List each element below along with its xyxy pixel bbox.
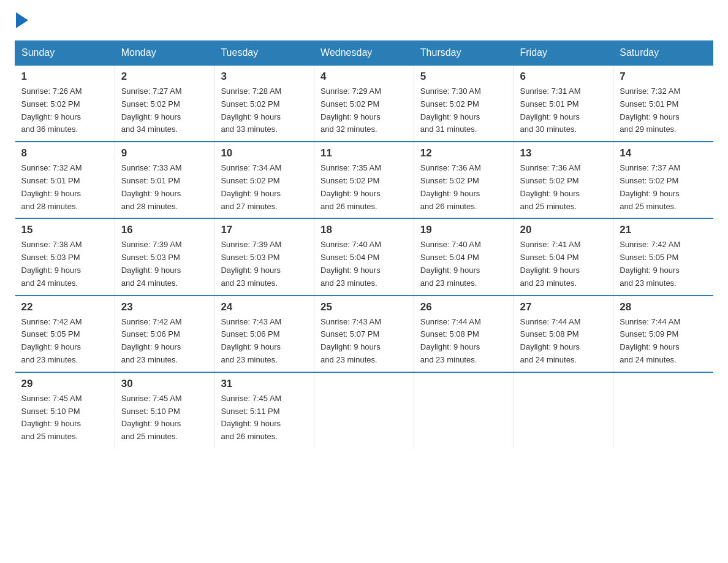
calendar-cell: 12 Sunrise: 7:36 AMSunset: 5:02 PMDaylig… xyxy=(414,142,514,218)
calendar-cell: 10 Sunrise: 7:34 AMSunset: 5:02 PMDaylig… xyxy=(214,142,314,218)
calendar-cell: 28 Sunrise: 7:44 AMSunset: 5:09 PMDaylig… xyxy=(613,296,713,372)
header-row: SundayMondayTuesdayWednesdayThursdayFrid… xyxy=(15,41,713,66)
calendar-cell: 30 Sunrise: 7:45 AMSunset: 5:10 PMDaylig… xyxy=(115,372,214,448)
day-number: 5 xyxy=(420,71,507,83)
calendar-cell: 21 Sunrise: 7:42 AMSunset: 5:05 PMDaylig… xyxy=(613,218,713,295)
day-number: 4 xyxy=(320,71,408,83)
day-number: 9 xyxy=(121,147,208,159)
day-info: Sunrise: 7:33 AMSunset: 5:01 PMDaylight:… xyxy=(121,162,208,213)
day-number: 6 xyxy=(520,71,607,83)
day-info: Sunrise: 7:44 AMSunset: 5:08 PMDaylight:… xyxy=(420,316,507,367)
calendar-cell: 1 Sunrise: 7:26 AMSunset: 5:02 PMDayligh… xyxy=(15,65,115,142)
day-number: 1 xyxy=(21,71,108,83)
day-info: Sunrise: 7:26 AMSunset: 5:02 PMDaylight:… xyxy=(21,85,108,136)
calendar-cell xyxy=(514,372,613,448)
day-number: 15 xyxy=(21,224,108,236)
header-friday: Friday xyxy=(514,41,613,66)
day-info: Sunrise: 7:29 AMSunset: 5:02 PMDaylight:… xyxy=(320,85,408,136)
day-number: 31 xyxy=(221,378,308,390)
calendar-cell: 27 Sunrise: 7:44 AMSunset: 5:08 PMDaylig… xyxy=(514,296,613,372)
day-info: Sunrise: 7:37 AMSunset: 5:02 PMDaylight:… xyxy=(620,162,707,213)
day-info: Sunrise: 7:31 AMSunset: 5:01 PMDaylight:… xyxy=(520,85,607,136)
day-info: Sunrise: 7:42 AMSunset: 5:06 PMDaylight:… xyxy=(121,316,208,367)
calendar-cell: 31 Sunrise: 7:45 AMSunset: 5:11 PMDaylig… xyxy=(214,372,314,448)
calendar-header: SundayMondayTuesdayWednesdayThursdayFrid… xyxy=(15,41,713,66)
calendar-cell xyxy=(314,372,414,448)
day-info: Sunrise: 7:45 AMSunset: 5:10 PMDaylight:… xyxy=(121,393,208,443)
day-number: 24 xyxy=(221,301,308,313)
svg-marker-0 xyxy=(16,12,28,28)
calendar-cell: 7 Sunrise: 7:32 AMSunset: 5:01 PMDayligh… xyxy=(613,65,713,142)
logo-arrow-icon xyxy=(16,12,28,28)
day-info: Sunrise: 7:38 AMSunset: 5:03 PMDaylight:… xyxy=(21,239,108,289)
week-row-1: 1 Sunrise: 7:26 AMSunset: 5:02 PMDayligh… xyxy=(15,65,713,142)
day-number: 25 xyxy=(320,301,408,313)
day-number: 29 xyxy=(21,378,108,390)
calendar-cell: 22 Sunrise: 7:42 AMSunset: 5:05 PMDaylig… xyxy=(15,296,115,372)
day-number: 20 xyxy=(520,224,607,236)
day-info: Sunrise: 7:32 AMSunset: 5:01 PMDaylight:… xyxy=(21,162,108,213)
week-row-5: 29 Sunrise: 7:45 AMSunset: 5:10 PMDaylig… xyxy=(15,372,713,448)
day-number: 11 xyxy=(320,147,408,159)
day-info: Sunrise: 7:40 AMSunset: 5:04 PMDaylight:… xyxy=(420,239,507,289)
calendar-cell: 5 Sunrise: 7:30 AMSunset: 5:02 PMDayligh… xyxy=(414,65,514,142)
header-thursday: Thursday xyxy=(414,41,514,66)
calendar-cell: 19 Sunrise: 7:40 AMSunset: 5:04 PMDaylig… xyxy=(414,218,514,295)
calendar-cell: 24 Sunrise: 7:43 AMSunset: 5:06 PMDaylig… xyxy=(214,296,314,372)
day-info: Sunrise: 7:44 AMSunset: 5:09 PMDaylight:… xyxy=(620,316,707,367)
calendar-cell: 15 Sunrise: 7:38 AMSunset: 5:03 PMDaylig… xyxy=(15,218,115,295)
day-info: Sunrise: 7:27 AMSunset: 5:02 PMDaylight:… xyxy=(121,85,208,136)
day-info: Sunrise: 7:43 AMSunset: 5:07 PMDaylight:… xyxy=(320,316,408,367)
day-info: Sunrise: 7:36 AMSunset: 5:02 PMDaylight:… xyxy=(520,162,607,213)
day-number: 19 xyxy=(420,224,507,236)
logo xyxy=(15,15,28,28)
calendar-cell: 8 Sunrise: 7:32 AMSunset: 5:01 PMDayligh… xyxy=(15,142,115,218)
calendar-cell: 26 Sunrise: 7:44 AMSunset: 5:08 PMDaylig… xyxy=(414,296,514,372)
day-number: 2 xyxy=(121,71,208,83)
calendar-cell: 20 Sunrise: 7:41 AMSunset: 5:04 PMDaylig… xyxy=(514,218,613,295)
calendar-cell: 18 Sunrise: 7:40 AMSunset: 5:04 PMDaylig… xyxy=(314,218,414,295)
calendar-cell: 6 Sunrise: 7:31 AMSunset: 5:01 PMDayligh… xyxy=(514,65,613,142)
day-info: Sunrise: 7:40 AMSunset: 5:04 PMDaylight:… xyxy=(320,239,408,289)
day-number: 23 xyxy=(121,301,208,313)
day-number: 18 xyxy=(320,224,408,236)
day-number: 16 xyxy=(121,224,208,236)
day-info: Sunrise: 7:34 AMSunset: 5:02 PMDaylight:… xyxy=(221,162,308,213)
day-number: 28 xyxy=(620,301,707,313)
week-row-3: 15 Sunrise: 7:38 AMSunset: 5:03 PMDaylig… xyxy=(15,218,713,295)
day-info: Sunrise: 7:44 AMSunset: 5:08 PMDaylight:… xyxy=(520,316,607,367)
header-sunday: Sunday xyxy=(15,41,115,66)
calendar-cell: 25 Sunrise: 7:43 AMSunset: 5:07 PMDaylig… xyxy=(314,296,414,372)
day-info: Sunrise: 7:39 AMSunset: 5:03 PMDaylight:… xyxy=(121,239,208,289)
week-row-2: 8 Sunrise: 7:32 AMSunset: 5:01 PMDayligh… xyxy=(15,142,713,218)
calendar-cell: 11 Sunrise: 7:35 AMSunset: 5:02 PMDaylig… xyxy=(314,142,414,218)
day-info: Sunrise: 7:45 AMSunset: 5:11 PMDaylight:… xyxy=(221,393,308,443)
day-info: Sunrise: 7:28 AMSunset: 5:02 PMDaylight:… xyxy=(221,85,308,136)
day-number: 27 xyxy=(520,301,607,313)
page-header xyxy=(15,15,713,28)
calendar-cell: 9 Sunrise: 7:33 AMSunset: 5:01 PMDayligh… xyxy=(115,142,214,218)
week-row-4: 22 Sunrise: 7:42 AMSunset: 5:05 PMDaylig… xyxy=(15,296,713,372)
calendar-cell xyxy=(613,372,713,448)
day-number: 3 xyxy=(221,71,308,83)
header-wednesday: Wednesday xyxy=(314,41,414,66)
day-info: Sunrise: 7:43 AMSunset: 5:06 PMDaylight:… xyxy=(221,316,308,367)
day-info: Sunrise: 7:32 AMSunset: 5:01 PMDaylight:… xyxy=(620,85,707,136)
header-monday: Monday xyxy=(115,41,214,66)
calendar-cell: 2 Sunrise: 7:27 AMSunset: 5:02 PMDayligh… xyxy=(115,65,214,142)
day-info: Sunrise: 7:42 AMSunset: 5:05 PMDaylight:… xyxy=(620,239,707,289)
calendar-table: SundayMondayTuesdayWednesdayThursdayFrid… xyxy=(15,40,713,448)
calendar-cell: 29 Sunrise: 7:45 AMSunset: 5:10 PMDaylig… xyxy=(15,372,115,448)
day-number: 8 xyxy=(21,147,108,159)
calendar-cell: 3 Sunrise: 7:28 AMSunset: 5:02 PMDayligh… xyxy=(214,65,314,142)
calendar-cell: 23 Sunrise: 7:42 AMSunset: 5:06 PMDaylig… xyxy=(115,296,214,372)
day-number: 14 xyxy=(620,147,707,159)
day-number: 30 xyxy=(121,378,208,390)
day-info: Sunrise: 7:39 AMSunset: 5:03 PMDaylight:… xyxy=(221,239,308,289)
day-info: Sunrise: 7:41 AMSunset: 5:04 PMDaylight:… xyxy=(520,239,607,289)
day-info: Sunrise: 7:36 AMSunset: 5:02 PMDaylight:… xyxy=(420,162,507,213)
calendar-cell: 14 Sunrise: 7:37 AMSunset: 5:02 PMDaylig… xyxy=(613,142,713,218)
day-info: Sunrise: 7:30 AMSunset: 5:02 PMDaylight:… xyxy=(420,85,507,136)
day-number: 7 xyxy=(620,71,707,83)
header-saturday: Saturday xyxy=(613,41,713,66)
